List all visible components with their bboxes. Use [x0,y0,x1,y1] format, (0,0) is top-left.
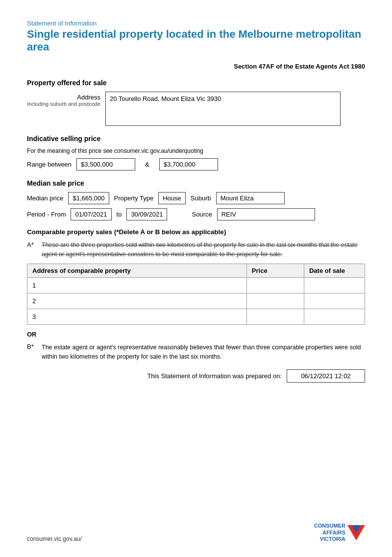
act-reference: Section 47AF of the Estate Agents Act 19… [27,63,365,70]
address-sub-label: Including suburb and postcode [27,101,100,107]
row-price [246,309,304,325]
comparable-heading: Comparable property sales (*Delete A or … [27,228,365,236]
address-label: Address [27,94,100,101]
row-number: 3 [27,309,247,325]
range-label: Range between [27,161,72,168]
row-price [246,278,304,293]
period-to-value: 30/09/2021 [126,208,167,220]
property-type-value: House [158,192,186,204]
property-type-label: Property Type [114,194,154,202]
b-label: B* [27,343,42,362]
prepared-value: 06/12/2021 12:02 [287,369,365,383]
property-offered-heading: Property offered for sale [27,79,365,87]
row-date [304,309,365,325]
a-label: A* [27,241,42,259]
range-to-input: $3,700,000 [159,158,218,170]
table-row: 1 [27,278,365,293]
table-row: 3 [27,309,365,325]
header-title: Single residential property located in t… [27,28,365,54]
col-price-header: Price [246,264,304,278]
row-number: 2 [27,293,247,309]
logo-text: CONSUMER AFFAIRS VICTORIA [314,523,345,542]
row-date [304,278,365,293]
address-value: 20 Tourello Road, Mount Eliza Vic 3930 [105,92,341,126]
source-value: REIV [217,208,315,220]
col-address-header: Address of comparable property [27,264,247,278]
row-date [304,293,365,309]
logo-area: CONSUMER AFFAIRS VICTORIA [314,523,365,542]
suburb-value: Mount Eliza [216,192,285,204]
period-from-value: 01/07/2021 [71,208,111,220]
median-price-value: $1,665,000 [68,192,109,204]
period-label: Period - From [27,211,66,218]
prepared-label: This Statement of Information was prepar… [147,372,282,380]
or-text: OR [27,331,365,338]
row-price [246,293,304,309]
row-number: 1 [27,278,247,293]
col-date-header: Date of sale [304,264,365,278]
footer: consumer.vic.gov.au/ CONSUMER AFFAIRS VI… [0,523,392,542]
logo-triangle-icon [347,525,365,540]
median-price-label: Median price [27,194,63,202]
footer-url: consumer.vic.gov.au/ [27,535,82,542]
header-label: Statement of Information [27,20,365,27]
range-from-input: $3,500,000 [76,158,135,170]
indicative-description: For the meaning of this price see consum… [27,147,365,154]
source-label: Source [192,211,212,218]
suburb-label: Suburb [191,194,211,202]
median-heading: Median sale price [27,179,365,187]
b-text: The estate agent or agent's representati… [42,343,365,362]
to-label: to [117,211,122,218]
a-text: These are the three properties sold with… [42,241,365,259]
table-row: 2 [27,293,365,309]
ampersand: & [140,161,154,168]
indicative-heading: Indicative selling price [27,135,365,143]
comparable-table: Address of comparable property Price Dat… [27,264,365,325]
